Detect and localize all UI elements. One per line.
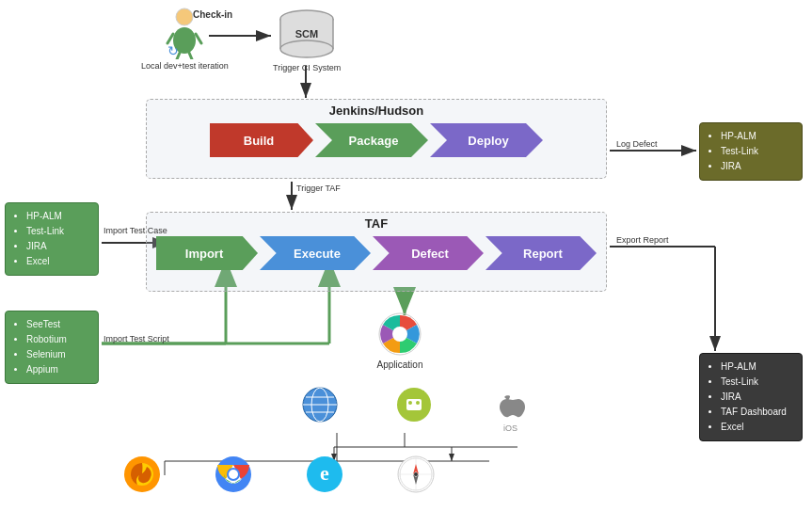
right-box-2-item-5: Excel: [721, 420, 794, 435]
bottom-browser-icons: e: [122, 455, 436, 497]
export-report-label: Export Report: [616, 235, 669, 245]
safari-icon: [396, 455, 436, 497]
right-box-2-item-1: HP-ALM: [721, 359, 794, 375]
left-box-1-item-2: Test-Link: [26, 224, 90, 239]
jenkins-box: Jenkins/Hudson Build Package Deploy: [146, 99, 607, 179]
right-box-1-item-2: Test-Link: [721, 144, 794, 159]
svg-line-30: [196, 34, 201, 43]
left-box-1-list: HP-ALM Test-Link JIRA Excel: [13, 209, 90, 269]
right-box-2-item-3: JIRA: [721, 390, 794, 405]
left-box-1-item-3: JIRA: [26, 239, 90, 254]
execute-step: Execute: [260, 236, 371, 270]
jenkins-title: Jenkins/Hudson: [147, 100, 606, 123]
left-box-1-item-4: Excel: [26, 254, 90, 269]
import-step: Import: [156, 236, 258, 270]
svg-rect-43: [406, 399, 422, 410]
svg-point-37: [280, 40, 333, 57]
deploy-step: Deploy: [430, 123, 543, 157]
right-box-2-list: HP-ALM Test-Link JIRA TAF Dashboard Exce…: [708, 359, 794, 435]
right-box-2-item-4: TAF Dashboard: [721, 405, 794, 420]
svg-point-44: [408, 401, 412, 405]
defect-step: Defect: [373, 236, 484, 270]
ios-icon: [494, 391, 527, 423]
ie-icon: e: [305, 455, 344, 497]
scm-cylinder: SCM: [274, 9, 340, 61]
left-box-1: HP-ALM Test-Link JIRA Excel: [5, 202, 99, 276]
svg-text:SCM: SCM: [295, 28, 318, 40]
globe-platform: [301, 386, 339, 423]
import-test-script-label: Import Test Script: [103, 334, 169, 343]
taf-box: TAF Import Execute Defect Report: [146, 212, 607, 292]
chrome-icon: [214, 455, 253, 497]
svg-point-58: [229, 470, 238, 479]
firefox-icon: [122, 455, 162, 497]
android-icon: [395, 386, 433, 423]
right-box-1-item-1: HP-ALM: [721, 129, 794, 144]
left-box-2-list: SeeTest Robotium Selenium Appium: [13, 317, 90, 377]
svg-point-27: [176, 8, 193, 25]
globe-icon: [301, 386, 339, 423]
checkin-label: Check-in: [193, 9, 232, 20]
right-box-1-item-3: JIRA: [721, 159, 794, 174]
application-label: Application: [377, 359, 423, 370]
left-box-1-item-1: HP-ALM: [26, 209, 90, 224]
svg-point-40: [392, 327, 407, 342]
left-box-2-item-3: Selenium: [26, 347, 90, 362]
taf-pipeline: Import Execute Defect Report: [147, 236, 606, 270]
taf-title: TAF: [147, 213, 606, 236]
svg-point-45: [416, 401, 420, 405]
svg-line-32: [189, 53, 192, 59]
svg-point-67: [414, 472, 418, 476]
diagram-container: ↻ Local dev+test iteration Check-in SCM …: [0, 0, 812, 511]
ios-label: iOS: [503, 423, 517, 433]
svg-line-29: [167, 34, 173, 43]
left-box-2-item-1: SeeTest: [26, 317, 90, 332]
trigger-ci-label: Trigger CI System: [273, 63, 341, 72]
sync-icon: ↻: [167, 43, 179, 58]
left-box-2: SeeTest Robotium Selenium Appium: [5, 311, 99, 384]
jenkins-pipeline: Build Package Deploy: [147, 123, 606, 157]
report-step: Report: [486, 236, 597, 270]
android-platform: [395, 386, 433, 423]
build-step: Build: [210, 123, 313, 157]
app-icon: [376, 311, 423, 358]
log-defect-label: Log Defect: [616, 139, 658, 149]
package-step: Package: [315, 123, 428, 157]
right-box-1-list: HP-ALM Test-Link JIRA: [708, 129, 794, 174]
scm-area: SCM Trigger CI System: [273, 9, 341, 72]
right-box-1: HP-ALM Test-Link JIRA: [699, 122, 803, 181]
right-box-2-item-2: Test-Link: [721, 375, 794, 390]
import-test-case-label: Import Test Case: [103, 226, 167, 235]
person-label: Local dev+test iteration: [141, 61, 229, 72]
left-box-2-item-2: Robotium: [26, 332, 90, 347]
svg-text:e: e: [320, 461, 329, 485]
ios-platform: iOS: [494, 391, 527, 433]
left-box-2-item-4: Appium: [26, 362, 90, 377]
application-area: Application: [376, 311, 423, 370]
right-box-2: HP-ALM Test-Link JIRA TAF Dashboard Exce…: [699, 353, 803, 441]
trigger-taf-label: Trigger TAF: [296, 184, 341, 193]
